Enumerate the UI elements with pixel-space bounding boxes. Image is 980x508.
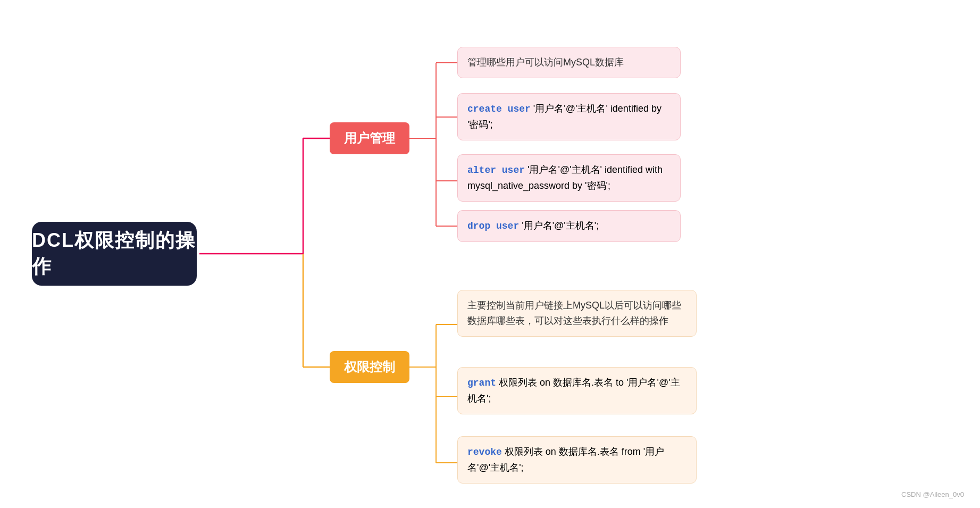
- leaf-u4: drop user '用户名'@'主机名';: [457, 210, 681, 242]
- leaf-u1: 管理哪些用户可以访问MySQL数据库: [457, 47, 681, 78]
- leaf-p2: grant 权限列表 on 数据库名.表名 to '用户名'@'主机名';: [457, 367, 697, 414]
- leaf-u2: create user '用户名'@'主机名' identified by '密…: [457, 93, 681, 140]
- root-node: DCL权限控制的操作: [32, 222, 197, 286]
- leaf-p3-code: revoke: [467, 447, 502, 457]
- leaf-u3-code: alter user: [467, 165, 525, 176]
- leaf-p2-text: 权限列表 on 数据库名.表名 to '用户名'@'主机名';: [467, 377, 680, 404]
- diagram-container: DCL权限控制的操作 用户管理 权限控制 管理哪些用户可以访问MySQL数据库 …: [0, 0, 980, 508]
- branch-perm: 权限控制: [330, 351, 409, 383]
- watermark: CSDN @Aileen_0v0: [901, 490, 964, 498]
- leaf-p2-code: grant: [467, 378, 496, 388]
- leaf-u4-code: drop user: [467, 221, 519, 231]
- leaf-u2-code: create user: [467, 104, 531, 114]
- branch-perm-label: 权限控制: [344, 359, 395, 376]
- branch-user: 用户管理: [330, 122, 409, 154]
- leaf-p3: revoke 权限列表 on 数据库名.表名 from '用户名'@'主机名';: [457, 436, 697, 484]
- branch-user-label: 用户管理: [344, 130, 395, 147]
- leaf-u1-text: 管理哪些用户可以访问MySQL数据库: [467, 57, 624, 68]
- root-label: DCL权限控制的操作: [32, 228, 197, 280]
- leaf-p1: 主要控制当前用户链接上MySQL以后可以访问哪些数据库哪些表，可以对这些表执行什…: [457, 290, 697, 337]
- leaf-u3: alter user '用户名'@'主机名' identified with m…: [457, 154, 681, 202]
- leaf-u4-text: '用户名'@'主机名';: [519, 220, 599, 231]
- leaf-p1-text: 主要控制当前用户链接上MySQL以后可以访问哪些数据库哪些表，可以对这些表执行什…: [467, 300, 681, 326]
